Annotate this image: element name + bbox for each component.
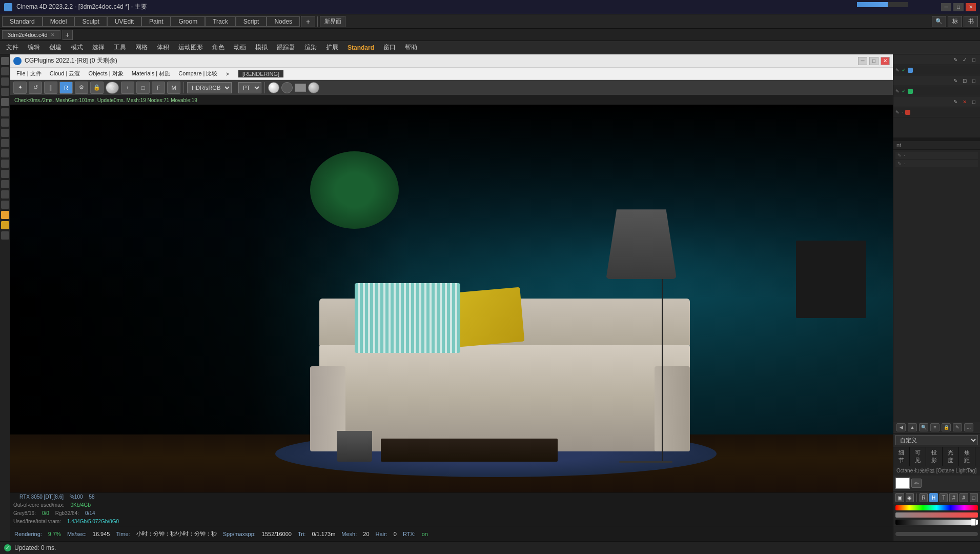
prop-tab-focus[interactable]: 焦距 bbox=[959, 447, 975, 466]
rp-item-3[interactable]: ✎ · bbox=[893, 107, 980, 117]
tool-icon-10[interactable] bbox=[1, 149, 9, 157]
rp-icon-check[interactable]: ✓ bbox=[961, 55, 969, 64]
menu-create[interactable]: 创建 bbox=[45, 42, 66, 53]
prop-tab-cast[interactable]: 投影 bbox=[926, 447, 943, 466]
tool-icon-16[interactable] bbox=[1, 211, 9, 219]
menu-volume[interactable]: 体积 bbox=[153, 42, 173, 53]
rp-list-row-1[interactable]: ✎ · bbox=[895, 152, 978, 159]
menu-edit[interactable]: 编辑 bbox=[24, 42, 44, 53]
menu-tracker[interactable]: 跟踪器 bbox=[273, 42, 299, 53]
prop-tab-visible[interactable]: 可见 bbox=[910, 447, 926, 466]
panel-icon-t[interactable]: T bbox=[940, 493, 948, 502]
hue-slider[interactable] bbox=[895, 505, 978, 510]
menu-mograph[interactable]: 运动图形 bbox=[174, 42, 207, 53]
oct-maximize-button[interactable]: □ bbox=[869, 57, 879, 65]
tool-icon-5[interactable] bbox=[1, 98, 9, 106]
oct-menu-file[interactable]: File | 文件 bbox=[12, 69, 46, 78]
prop-tab-detail[interactable]: 细节 bbox=[893, 447, 910, 466]
tool-icon-6[interactable] bbox=[1, 108, 9, 116]
prop-dropdown[interactable]: 自定义 bbox=[895, 435, 978, 445]
menu-animate[interactable]: 动画 bbox=[230, 42, 250, 53]
nav-up-button[interactable]: ▲ bbox=[908, 423, 917, 431]
minimize-button[interactable]: ─ bbox=[941, 3, 951, 11]
oct-tool-add[interactable]: + bbox=[121, 82, 134, 94]
new-document-tab-button[interactable]: + bbox=[63, 30, 73, 40]
tool-icon-9[interactable] bbox=[1, 139, 9, 147]
tab-sculpt[interactable]: Sculpt bbox=[74, 16, 107, 27]
tab-standard[interactable]: Standard bbox=[2, 16, 43, 27]
color-picker-btn[interactable]: ✏ bbox=[911, 479, 922, 488]
rp-icon-3-edit[interactable]: ✎ bbox=[951, 97, 959, 106]
panel-icon-wheel[interactable]: ◉ bbox=[906, 493, 914, 502]
tab-paint[interactable]: Paint bbox=[141, 16, 171, 27]
hdr-select[interactable]: HDR/sRGB bbox=[187, 82, 232, 93]
oct-tool-m[interactable]: M bbox=[167, 82, 180, 94]
menu-simulate[interactable]: 模拟 bbox=[251, 42, 272, 53]
oct-tool-r[interactable]: R bbox=[59, 82, 73, 94]
tool-icon-14[interactable] bbox=[1, 190, 9, 199]
add-tab-button[interactable]: + bbox=[301, 16, 315, 27]
menu-tools[interactable]: 工具 bbox=[110, 42, 130, 53]
tab-groom[interactable]: Groom bbox=[171, 16, 205, 27]
oct-viewport[interactable] bbox=[10, 105, 893, 492]
circle-btn-3[interactable] bbox=[295, 84, 306, 92]
tool-icon-3[interactable] bbox=[1, 77, 9, 86]
nav-filter-button[interactable]: ≡ bbox=[930, 423, 940, 431]
render-mode-select[interactable]: PT bbox=[238, 82, 261, 93]
panel-icon-r[interactable]: R bbox=[920, 493, 928, 502]
menu-character[interactable]: 角色 bbox=[208, 42, 229, 53]
panel-icon-square-2[interactable]: □ bbox=[970, 493, 978, 502]
rp-list-row-2[interactable]: ✎ · bbox=[895, 160, 978, 167]
tool-icon-8[interactable] bbox=[1, 129, 9, 137]
maximize-button[interactable]: □ bbox=[953, 3, 964, 11]
tab-model[interactable]: Model bbox=[43, 16, 75, 27]
oct-tool-gear[interactable]: ⚙ bbox=[75, 82, 88, 94]
close-button[interactable]: ✕ bbox=[966, 3, 976, 11]
tab-script[interactable]: Script bbox=[236, 16, 267, 27]
rp-icon-2-expand[interactable]: ⊡ bbox=[961, 76, 969, 85]
circle-btn-2[interactable] bbox=[281, 82, 293, 93]
oct-menu-materials[interactable]: Materials | 材质 bbox=[128, 69, 175, 78]
nav-back-button[interactable]: ◀ bbox=[896, 423, 906, 431]
new-scene-button[interactable]: 新界面 bbox=[320, 16, 345, 27]
rp-icon-3-square[interactable]: □ bbox=[970, 97, 978, 106]
nav-search-button[interactable]: 🔍 bbox=[919, 423, 928, 431]
tool-icon-17[interactable] bbox=[1, 221, 9, 229]
label-icon[interactable]: 标 bbox=[948, 16, 962, 27]
menu-help[interactable]: 帮助 bbox=[401, 42, 421, 53]
rp-icon-edit[interactable]: ✎ bbox=[951, 55, 959, 64]
search-icon[interactable]: 🔍 bbox=[932, 16, 946, 27]
oct-tool-sphere[interactable]: ◎ bbox=[106, 82, 119, 94]
rp-icon-2-square[interactable]: □ bbox=[970, 76, 978, 85]
document-tab[interactable]: 3dm2c4doc.c4d ✕ bbox=[2, 30, 60, 39]
oct-menu-more[interactable]: > bbox=[222, 70, 233, 78]
saturation-slider[interactable] bbox=[895, 512, 978, 518]
tool-icon-13[interactable] bbox=[1, 180, 9, 188]
panel-icon-histogram[interactable]: ▣ bbox=[895, 493, 904, 502]
rp-item-2[interactable]: ✎ ✓ bbox=[893, 86, 980, 96]
tab-nodes[interactable]: Nodes bbox=[267, 16, 300, 27]
menu-render[interactable]: 渲染 bbox=[300, 42, 321, 53]
tool-icon-18[interactable] bbox=[1, 231, 9, 240]
nav-lock-button[interactable]: 🔒 bbox=[942, 423, 951, 431]
tool-icon-2[interactable] bbox=[1, 67, 9, 75]
rp-icon-square[interactable]: □ bbox=[970, 55, 978, 64]
menu-mode[interactable]: 模式 bbox=[67, 42, 87, 53]
prop-tab-lum[interactable]: 光度 bbox=[943, 447, 959, 466]
oct-minimize-button[interactable]: ─ bbox=[858, 57, 867, 65]
rp-icon-3-x[interactable]: ✕ bbox=[961, 97, 969, 106]
nav-more-button[interactable]: … bbox=[964, 423, 973, 431]
menu-window[interactable]: 窗口 bbox=[379, 42, 400, 53]
menu-file[interactable]: 文件 bbox=[2, 42, 23, 53]
oct-tool-rotate[interactable]: ↺ bbox=[29, 82, 42, 94]
color-swatch-white[interactable] bbox=[895, 478, 910, 489]
tab-close-icon[interactable]: ✕ bbox=[51, 32, 55, 37]
oct-tool-f[interactable]: F bbox=[152, 82, 165, 94]
oct-menu-objects[interactable]: Objects | 对象 bbox=[84, 69, 127, 78]
nav-edit-button[interactable]: ✎ bbox=[953, 423, 962, 431]
oct-menu-cloud[interactable]: Cloud | 云渲 bbox=[46, 69, 85, 78]
oct-tool-move[interactable]: ✦ bbox=[13, 82, 27, 94]
menu-select[interactable]: 选择 bbox=[88, 42, 109, 53]
brightness-slider[interactable] bbox=[895, 520, 978, 525]
panel-icon-hash-2[interactable]: # bbox=[959, 493, 968, 502]
